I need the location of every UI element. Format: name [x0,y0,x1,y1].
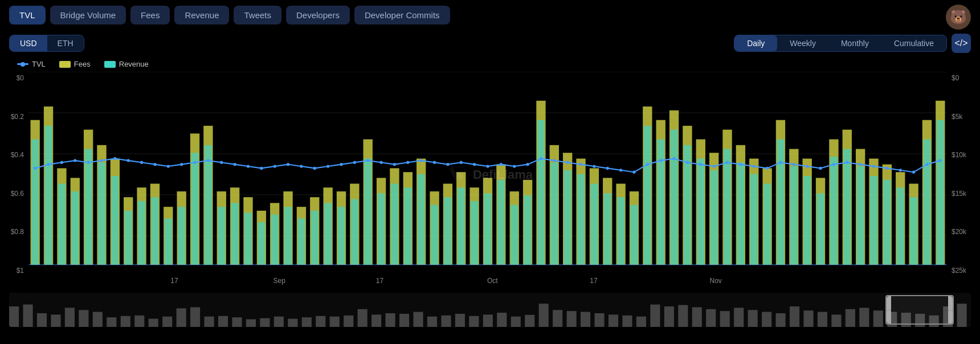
svg-rect-281 [957,304,967,327]
minimap-left-handle[interactable]: ⋮ [887,296,891,323]
nav-tvl[interactable]: TVL [9,6,46,24]
svg-rect-247 [483,314,493,327]
currency-group: USD ETH [9,35,84,52]
svg-point-172 [406,161,409,164]
svg-point-148 [87,161,90,164]
svg-rect-7 [31,140,39,265]
svg-rect-261 [678,305,688,327]
legend-tvl-label: TVL [32,60,46,68]
svg-rect-268 [776,313,786,327]
svg-rect-47 [297,219,305,265]
minimap-handle[interactable]: ⋮ ⋮ [885,295,954,325]
x-label-17-sep: 17 [170,277,178,285]
svg-rect-267 [762,312,771,327]
nav-bridge-volume[interactable]: Bridge Volume [50,6,126,24]
minimap[interactable]: ⋮ ⋮ [9,293,971,327]
svg-rect-237 [344,316,353,327]
legend-tvl: TVL [17,60,46,68]
nav-developers[interactable]: Developers [286,6,350,24]
svg-point-145 [47,163,50,166]
svg-point-173 [420,159,423,162]
svg-rect-77 [497,180,505,265]
svg-point-199 [766,167,769,170]
svg-point-185 [579,163,582,166]
svg-rect-235 [316,316,325,327]
svg-point-168 [353,161,356,164]
svg-rect-233 [288,319,297,327]
svg-rect-99 [644,126,651,265]
svg-rect-137 [897,187,904,265]
svg-rect-43 [271,215,279,265]
svg-rect-115 [750,174,758,265]
svg-rect-225 [177,308,186,327]
svg-rect-107 [697,158,704,264]
svg-rect-263 [706,309,716,327]
svg-rect-45 [284,207,292,265]
nav-tweets[interactable]: Tweets [234,6,281,24]
svg-point-159 [234,163,236,166]
svg-rect-275 [873,310,883,327]
y-right-2: $15k [952,190,966,198]
svg-point-193 [686,161,689,164]
currency-eth[interactable]: ETH [47,35,84,51]
svg-rect-215 [37,313,47,327]
svg-rect-55 [351,199,358,265]
svg-rect-246 [469,316,479,327]
svg-rect-109 [710,170,718,265]
svg-rect-121 [790,166,798,265]
avatar[interactable]: 🐻 [946,5,971,30]
svg-rect-256 [609,314,618,327]
svg-point-195 [713,165,716,167]
svg-rect-93 [604,193,611,264]
svg-rect-11 [58,184,66,265]
svg-point-166 [326,165,329,167]
x-label-nov: Nov [710,277,722,285]
svg-rect-117 [763,184,771,265]
svg-point-191 [659,159,662,162]
svg-rect-240 [386,313,395,327]
svg-rect-127 [830,157,838,265]
nav-revenue[interactable]: Revenue [174,6,229,24]
svg-point-190 [646,163,649,166]
svg-point-202 [806,165,808,167]
x-axis: 17 Sep 17 Oct 17 Nov [59,277,915,290]
svg-rect-61 [391,184,398,265]
svg-point-189 [632,171,635,174]
svg-rect-65 [418,174,425,265]
svg-point-151 [127,159,130,162]
svg-rect-37 [231,203,239,264]
svg-rect-217 [65,308,75,327]
svg-point-186 [593,165,595,167]
nav-fees[interactable]: Fees [130,6,170,24]
period-weekly[interactable]: Weekly [777,35,828,51]
legend-fees-label: Fees [74,60,91,68]
svg-rect-228 [218,316,228,327]
period-daily[interactable]: Daily [734,35,777,51]
svg-point-183 [553,159,556,162]
code-button[interactable]: </> [952,34,971,53]
handle-dots-right: ⋮ [948,308,954,312]
nav-developer-commits[interactable]: Developer Commits [354,6,450,24]
svg-rect-224 [162,317,172,327]
svg-point-155 [180,163,183,166]
svg-rect-125 [817,193,824,264]
y-left-3: $0.4 [11,151,24,159]
svg-rect-81 [524,195,532,265]
period-cumulative[interactable]: Cumulative [881,35,946,51]
legend-revenue: Revenue [104,60,149,68]
minimap-right-handle[interactable]: ⋮ [948,296,953,323]
svg-point-150 [113,157,116,160]
period-monthly[interactable]: Monthly [828,35,881,51]
svg-rect-23 [138,201,145,265]
currency-usd[interactable]: USD [10,35,47,51]
svg-point-154 [167,165,170,167]
svg-rect-103 [671,130,678,265]
svg-point-194 [699,163,702,166]
svg-point-170 [380,161,383,164]
svg-rect-220 [107,317,116,327]
svg-rect-274 [859,308,869,327]
svg-point-176 [460,161,463,164]
svg-rect-229 [232,317,242,327]
svg-rect-270 [803,310,813,327]
svg-point-163 [287,163,289,166]
